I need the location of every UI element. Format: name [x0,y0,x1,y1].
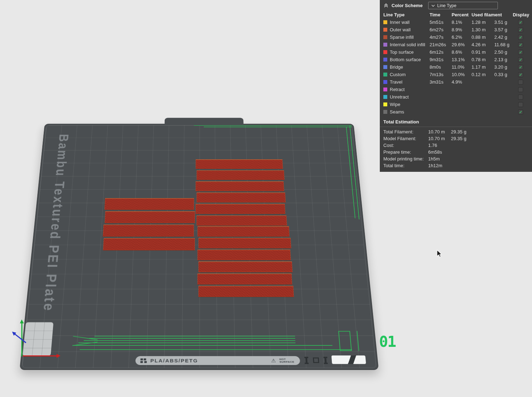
line-type-percent: 8.6% [452,49,472,55]
toolpath-skirt-top [194,125,352,126]
line-type-row: Travel3m31s4.9% [380,78,532,86]
line-type-color-swatch [383,20,387,24]
plate-material-label: PLA/ABS/PETG [150,358,198,364]
sliced-object-strip[interactable] [103,224,194,237]
line-type-label: Retract [390,87,405,92]
plate-number[interactable]: 01 [379,333,396,350]
line-type-color-swatch [383,110,387,114]
display-checkbox[interactable] [518,95,523,100]
line-type-color-swatch [383,50,387,54]
display-checkbox[interactable] [518,87,523,92]
color-scheme-dropdown[interactable]: Line Type [428,2,498,9]
collapse-panel-icon[interactable] [383,3,389,8]
toolpath-prime-rect [338,331,352,351]
line-type-filament-length: 4.26 m [472,42,494,47]
line-type-color-swatch [383,102,387,106]
line-type-percent: 4.9% [452,79,472,85]
display-checkbox[interactable]: ✓ [518,42,523,47]
sliced-object-strip[interactable] [197,226,289,237]
display-checkbox[interactable]: ✓ [518,57,523,62]
cube-icon [313,358,319,363]
sliced-object-strip[interactable] [197,170,284,180]
sliced-object-strip[interactable] [197,192,286,202]
total-value: 10.70 m [428,136,451,141]
line-type-row: Sparse infill4m27s6.2%0.88 m2.42 g✓ [380,33,532,41]
sliced-object-strip[interactable] [197,250,291,260]
line-type-filament-weight: 2.50 g [494,49,511,55]
line-type-time: 5m51s [430,20,452,25]
display-checkbox[interactable]: ✓ [518,72,523,77]
line-type-color-swatch [383,88,387,91]
line-type-row: Unretract [380,93,532,101]
line-type-time: 4m27s [430,35,452,40]
line-type-color-swatch [383,65,387,69]
plate-origin-pad [22,322,53,356]
total-estimation-row: Model Filament:10.70 m29.35 g [380,135,532,142]
line-type-color-swatch [383,95,387,99]
dropdown-value: Line Type [437,3,456,8]
total-value-2: 29.35 g [451,136,528,141]
line-type-row: Outer wall6m27s8.9%1.30 m3.57 g✓ [380,26,532,33]
build-plate[interactable]: Bambu Textured PEI Plate PLA/ABS/PETG ⚠ [20,124,379,370]
axis-x-arrow [23,355,57,356]
plate-front-bar: PLA/ABS/PETG ⚠ HOT SURFACE [135,356,300,365]
line-type-row: Inner wall5m51s8.1%1.28 m3.51 g✓ [380,18,532,26]
toolpath-purge-line [95,336,295,337]
line-type-color-swatch [383,35,387,39]
sliced-object-strip[interactable] [198,238,291,249]
display-checkbox[interactable]: ✓ [518,110,523,115]
line-type-percent: 8.9% [452,27,472,32]
line-type-color-swatch [383,80,387,84]
line-type-label: Top surface [390,49,414,55]
display-checkbox[interactable]: ✓ [518,50,523,55]
line-type-time: 6m27s [430,27,452,32]
line-type-row: Wipe [380,101,532,108]
sliced-object-strip[interactable] [103,238,195,250]
display-checkbox[interactable]: ✓ [518,35,523,40]
line-type-percent: 10.0% [452,72,472,77]
toolpath-purge-line [80,349,352,350]
col-header-display: Display [512,12,530,17]
sliced-object-strip[interactable] [198,261,292,272]
total-label: Cost: [383,143,428,148]
sliced-object-strip[interactable] [105,211,195,223]
display-checkbox[interactable] [518,102,523,107]
line-type-filament-weight: 3.57 g [494,27,511,32]
total-estimation-title: Total Estimation [380,116,532,127]
line-type-time: 3m31s [430,79,452,85]
sliced-object-strip[interactable] [197,216,287,226]
line-type-row: Retract [380,86,532,93]
display-checkbox[interactable]: ✓ [518,20,523,25]
sliced-object-strip[interactable] [196,159,283,169]
display-checkbox[interactable]: ✓ [518,65,523,70]
line-type-percent: 11.0% [452,64,472,70]
line-type-filament-weight: 11.68 g [494,42,511,47]
line-type-filament-weight: 3.20 g [494,64,511,70]
line-type-filament-length: 1.30 m [472,27,494,32]
screw-icon [304,357,309,364]
sliced-object-strip[interactable] [196,181,284,191]
display-checkbox[interactable] [518,80,523,85]
line-type-row: Seams✓ [380,108,532,116]
line-type-label: Wipe [390,102,400,107]
sliced-object-strip[interactable] [198,286,294,297]
line-type-percent: 6.2% [452,35,472,40]
line-type-label: Outer wall [390,27,411,32]
line-type-filament-length: 1.28 m [472,20,494,25]
line-type-row: Internal solid infill21m26s29.6%4.26 m11… [380,41,532,48]
line-type-time: 7m13s [430,72,452,77]
display-checkbox[interactable]: ✓ [518,27,523,32]
line-type-label: Bottom surface [390,57,421,62]
panel-title: Color Scheme [392,3,422,8]
sliced-object-strip[interactable] [196,204,285,214]
line-type-label: Seams [390,109,404,115]
sliced-object-strip[interactable] [105,198,194,210]
sliced-object-strip[interactable] [197,274,292,285]
line-type-row: Top surface6m12s8.6%0.91 m2.50 g✓ [380,48,532,56]
screw-icon [323,357,328,364]
col-header-line-type: Line Type [383,12,430,17]
col-header-time: Time [430,12,452,17]
total-value: 1.76 [428,143,451,148]
line-type-label: Unretract [390,94,409,100]
line-type-filament-weight: 2.42 g [494,35,511,40]
